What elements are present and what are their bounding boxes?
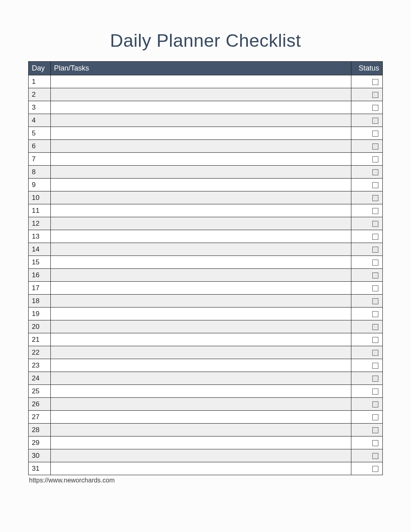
checkbox-icon[interactable] bbox=[372, 350, 378, 356]
checkbox-icon[interactable] bbox=[372, 311, 378, 317]
checkbox-icon[interactable] bbox=[372, 92, 378, 98]
status-cell bbox=[351, 191, 383, 204]
checkbox-icon[interactable] bbox=[372, 272, 378, 278]
task-cell[interactable] bbox=[51, 140, 351, 153]
checkbox-icon[interactable] bbox=[372, 156, 378, 162]
header-day: Day bbox=[29, 62, 51, 75]
checkbox-icon[interactable] bbox=[372, 285, 378, 291]
day-cell: 9 bbox=[29, 179, 51, 191]
checkbox-icon[interactable] bbox=[372, 208, 378, 214]
task-cell[interactable] bbox=[51, 398, 351, 411]
checkbox-icon[interactable] bbox=[372, 363, 378, 369]
table-row: 6 bbox=[29, 140, 383, 153]
checkbox-icon[interactable] bbox=[372, 79, 378, 85]
checkbox-icon[interactable] bbox=[372, 195, 378, 201]
checkbox-icon[interactable] bbox=[372, 324, 378, 330]
task-cell[interactable] bbox=[51, 230, 351, 243]
table-body: 1234567891011121314151617181920212223242… bbox=[29, 75, 383, 475]
checkbox-icon[interactable] bbox=[372, 182, 378, 188]
task-cell[interactable] bbox=[51, 295, 351, 308]
table-row: 30 bbox=[29, 449, 383, 462]
table-row: 10 bbox=[29, 191, 383, 204]
checkbox-icon[interactable] bbox=[372, 414, 378, 420]
status-cell bbox=[351, 333, 383, 346]
table-row: 23 bbox=[29, 359, 383, 372]
task-cell[interactable] bbox=[51, 424, 351, 436]
footer-url: https://www.neworchards.com bbox=[28, 477, 383, 484]
checkbox-icon[interactable] bbox=[372, 427, 378, 433]
task-cell[interactable] bbox=[51, 127, 351, 140]
checkbox-icon[interactable] bbox=[372, 440, 378, 446]
day-cell: 21 bbox=[29, 333, 51, 346]
task-cell[interactable] bbox=[51, 114, 351, 127]
day-cell: 7 bbox=[29, 153, 51, 166]
task-cell[interactable] bbox=[51, 269, 351, 282]
status-cell bbox=[351, 179, 383, 191]
task-cell[interactable] bbox=[51, 256, 351, 269]
day-cell: 19 bbox=[29, 308, 51, 320]
checkbox-icon[interactable] bbox=[372, 260, 378, 266]
checkbox-icon[interactable] bbox=[372, 389, 378, 395]
checkbox-icon[interactable] bbox=[372, 401, 378, 407]
status-cell bbox=[351, 462, 383, 475]
status-cell bbox=[351, 436, 383, 449]
task-cell[interactable] bbox=[51, 385, 351, 398]
task-cell[interactable] bbox=[51, 217, 351, 230]
status-cell bbox=[351, 204, 383, 217]
task-cell[interactable] bbox=[51, 436, 351, 449]
checkbox-icon[interactable] bbox=[372, 118, 378, 124]
table-row: 31 bbox=[29, 462, 383, 475]
task-cell[interactable] bbox=[51, 179, 351, 191]
checkbox-icon[interactable] bbox=[372, 453, 378, 459]
checkbox-icon[interactable] bbox=[372, 376, 378, 382]
task-cell[interactable] bbox=[51, 204, 351, 217]
task-cell[interactable] bbox=[51, 346, 351, 359]
task-cell[interactable] bbox=[51, 101, 351, 114]
status-cell bbox=[351, 88, 383, 101]
task-cell[interactable] bbox=[51, 372, 351, 385]
checkbox-icon[interactable] bbox=[372, 169, 378, 175]
status-cell bbox=[351, 320, 383, 333]
task-cell[interactable] bbox=[51, 411, 351, 424]
table-row: 26 bbox=[29, 398, 383, 411]
status-cell bbox=[351, 230, 383, 243]
status-cell bbox=[351, 243, 383, 256]
task-cell[interactable] bbox=[51, 320, 351, 333]
page-title: Daily Planner Checklist bbox=[28, 30, 383, 51]
status-cell bbox=[351, 75, 383, 88]
table-row: 9 bbox=[29, 179, 383, 191]
table-row: 21 bbox=[29, 333, 383, 346]
checkbox-icon[interactable] bbox=[372, 234, 378, 240]
day-cell: 29 bbox=[29, 436, 51, 449]
task-cell[interactable] bbox=[51, 308, 351, 320]
checkbox-icon[interactable] bbox=[372, 466, 378, 472]
task-cell[interactable] bbox=[51, 462, 351, 475]
task-cell[interactable] bbox=[51, 191, 351, 204]
task-cell[interactable] bbox=[51, 449, 351, 462]
day-cell: 17 bbox=[29, 282, 51, 295]
checkbox-icon[interactable] bbox=[372, 221, 378, 227]
status-cell bbox=[351, 269, 383, 282]
task-cell[interactable] bbox=[51, 333, 351, 346]
table-row: 8 bbox=[29, 166, 383, 179]
task-cell[interactable] bbox=[51, 359, 351, 372]
table-row: 27 bbox=[29, 411, 383, 424]
checkbox-icon[interactable] bbox=[372, 131, 378, 137]
status-cell bbox=[351, 346, 383, 359]
task-cell[interactable] bbox=[51, 166, 351, 179]
checkbox-icon[interactable] bbox=[372, 298, 378, 304]
checkbox-icon[interactable] bbox=[372, 247, 378, 253]
status-cell bbox=[351, 411, 383, 424]
table-row: 5 bbox=[29, 127, 383, 140]
checkbox-icon[interactable] bbox=[372, 143, 378, 150]
table-row: 12 bbox=[29, 217, 383, 230]
task-cell[interactable] bbox=[51, 153, 351, 166]
day-cell: 20 bbox=[29, 320, 51, 333]
task-cell[interactable] bbox=[51, 88, 351, 101]
checkbox-icon[interactable] bbox=[372, 337, 378, 343]
checkbox-icon[interactable] bbox=[372, 105, 378, 111]
task-cell[interactable] bbox=[51, 282, 351, 295]
task-cell[interactable] bbox=[51, 75, 351, 88]
day-cell: 27 bbox=[29, 411, 51, 424]
task-cell[interactable] bbox=[51, 243, 351, 256]
